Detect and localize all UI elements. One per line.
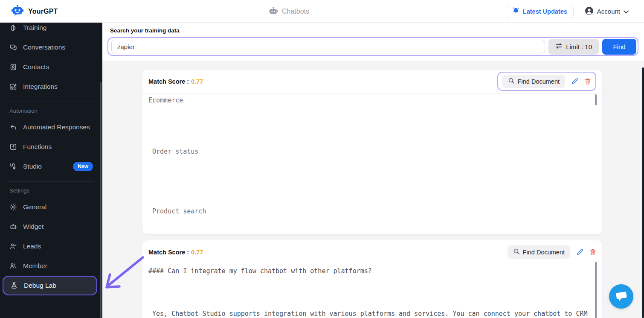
trash-icon [584,78,591,85]
sidebar-item-automated-responses[interactable]: Automated Responses [0,117,102,137]
chunk-scrollbar[interactable] [595,94,597,105]
sidebar-section-automation: Automation [0,105,102,116]
account-avatar-icon [585,6,594,17]
search-bar: Limit : 10 Find [107,37,638,56]
main-content: Search your training data Limit : 10 Fin… [102,23,644,318]
chatbots-robot-icon [269,6,278,17]
sidebar-section-settings: Settings [0,185,102,195]
delete-chunk-button[interactable] [589,248,596,256]
puzzle-icon [9,83,17,90]
limit-label: Limit : 10 [566,43,592,50]
edit-chunk-button[interactable] [571,78,578,85]
sidebar-item-debug-lab[interactable]: Debug Lab [3,276,97,295]
sidebar-item-label: Integrations [23,83,58,90]
sidebar-scrollbar[interactable] [100,82,102,318]
bell-icon [512,7,519,16]
page-context-label: Chatbots [282,8,309,15]
page-scrollbar[interactable] [642,67,644,318]
sidebar-item-label: Member [23,262,47,270]
sidebar-item-general[interactable]: General [0,197,102,217]
find-document-button[interactable]: Find Document [502,75,565,88]
function-icon [9,143,17,151]
sidebar-item-label: Studio [23,163,42,170]
sidebar-item-label: Widget [23,223,44,230]
sidebar-item-conversations[interactable]: Conversations [0,38,102,57]
find-button[interactable]: Find [602,39,636,55]
find-document-label: Find Document [523,249,565,256]
sidebar-item-training[interactable]: Training [0,23,102,38]
brand-name: YourGPT [28,8,58,15]
match-score-label: Match Score : [148,249,189,256]
flask-icon [10,282,18,289]
sidebar-divider [9,181,94,182]
search-input[interactable] [111,40,545,53]
search-section: Search your training data Limit : 10 Fin… [102,23,644,62]
gear-icon [9,203,17,211]
sidebar-item-label: Leads [23,242,41,250]
sidebar-item-label: Automated Responses [23,123,90,131]
pencil-icon [576,248,583,256]
reply-arrow-icon [9,123,17,131]
match-score-value: 0.77 [191,249,203,256]
sidebar-item-functions[interactable]: Functions [0,137,102,157]
pencil-icon [571,78,578,85]
sidebar-item-label: Contacts [23,63,49,71]
chat-widget-launcher[interactable] [609,284,633,309]
match-score-label: Match Score : [148,78,189,85]
card-actions: Find Document [508,245,596,259]
sidebar-item-label: Functions [23,143,52,151]
person-check-icon [9,242,17,250]
top-header: YourGPT Chatbots Latest Updates [0,0,644,23]
contact-card-icon [9,63,17,71]
edit-chunk-button[interactable] [576,248,583,256]
robot-head-icon [9,223,17,230]
magnifier-icon [513,248,520,256]
sidebar-item-label: General [23,203,46,211]
result-card: Match Score :0.77 Find Document [142,70,602,234]
sidebar-item-contacts[interactable]: Contacts [0,57,102,77]
sidebar-item-label: Conversations [23,44,65,51]
plug-icon [9,163,17,170]
card-actions-focused: Find Document [497,72,596,91]
sidebar-item-label: Debug Lab [24,282,56,289]
brand[interactable]: YourGPT [11,0,58,23]
sidebar: Training Conversations Contacts Integrat… [0,23,102,318]
find-document-button[interactable]: Find Document [508,245,570,259]
search-section-label: Search your training data [110,27,180,34]
sidebar-item-integrations[interactable]: Integrations [0,77,102,96]
match-score: Match Score :0.77 [148,78,203,85]
yourgpt-logo-robot-icon [11,4,24,19]
chunk-scrollbar[interactable] [595,262,597,318]
chunk-content[interactable]: #### Can I integrate my flow chatbot wit… [148,267,596,318]
account-menu[interactable]: Account [585,6,629,17]
people-icon [9,262,17,270]
sidebar-item-widget[interactable]: Widget [0,217,102,236]
magnifier-icon [508,77,515,85]
latest-updates-button[interactable]: Latest Updates [506,4,574,19]
delete-chunk-button[interactable] [584,78,591,85]
trash-icon [589,248,596,256]
chevron-down-icon [624,8,629,15]
result-card: Match Score :0.77 Find Document [142,240,602,318]
sidebar-item-member[interactable]: Member [0,256,102,276]
new-badge: New [73,162,93,171]
chat-bubble-icon [609,284,633,309]
page-context-title: Chatbots [269,0,309,23]
sidebar-item-leads[interactable]: Leads [0,236,102,256]
match-score: Match Score :0.77 [148,249,203,256]
swap-arrows-icon [555,43,563,50]
limit-button[interactable]: Limit : 10 [548,39,599,55]
find-document-label: Find Document [518,78,560,85]
chunk-content[interactable]: Ecommerce Order status Product search [148,96,596,216]
sidebar-item-label: Training [23,24,46,32]
brain-icon [9,24,17,32]
chat-bubbles-icon [9,44,17,51]
account-label: Account [597,8,620,15]
sidebar-divider [9,102,94,102]
latest-updates-label: Latest Updates [523,8,567,15]
sidebar-item-studio[interactable]: Studio New [0,157,102,176]
match-score-value: 0.77 [191,78,203,85]
